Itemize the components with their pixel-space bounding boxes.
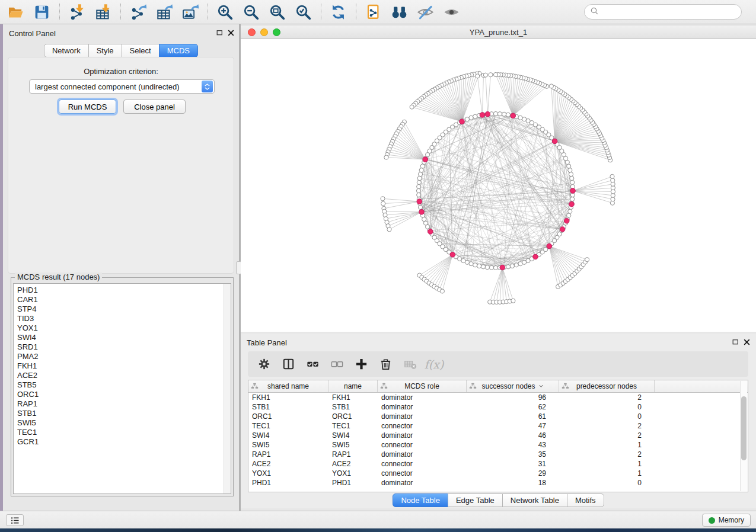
table-columns-button[interactable] xyxy=(280,357,296,372)
result-node[interactable]: YOX1 xyxy=(17,323,221,333)
cell-shared_name: RAP1 xyxy=(248,450,328,459)
tab-network[interactable]: Network xyxy=(44,44,89,57)
control-panel: Control Panel NetworkStyleSelectMCDS Opt… xyxy=(3,24,239,511)
export-network-button[interactable] xyxy=(127,2,148,22)
result-node[interactable]: RAP1 xyxy=(17,399,221,409)
import-table-button[interactable] xyxy=(92,2,113,22)
tab-motifs[interactable]: Motifs xyxy=(567,493,604,507)
result-node[interactable]: SWI4 xyxy=(17,333,221,342)
result-scrollbar[interactable] xyxy=(224,284,231,493)
result-node[interactable]: CAR1 xyxy=(17,295,221,305)
network-window-titlebar[interactable]: YPA_prune.txt_1 xyxy=(241,26,756,39)
delete-column-button[interactable] xyxy=(378,357,393,372)
close-panel-icon[interactable] xyxy=(227,29,235,37)
cell-successor_nodes: 31 xyxy=(467,460,559,468)
cell-shared_name: STB1 xyxy=(248,403,328,411)
table-row[interactable]: FKH1FKH1dominator962 xyxy=(248,393,748,402)
export-table-button[interactable] xyxy=(153,2,174,22)
table-row[interactable]: PHD1PHD1dominator180 xyxy=(248,478,748,488)
cell-name: TEC1 xyxy=(328,422,378,430)
zoom-selected-button[interactable] xyxy=(292,2,314,22)
table-row[interactable]: RAP1RAP1dominator352 xyxy=(248,450,748,459)
memory-button[interactable]: Memory xyxy=(702,514,751,527)
float-window-icon[interactable] xyxy=(215,29,224,37)
cell-shared_name: PHD1 xyxy=(248,479,328,487)
column-header-shared-name[interactable]: shared name xyxy=(248,380,328,392)
mcds-result-list[interactable]: PHD1CAR1STP4TID3YOX1SWI4SRD1PMA2FKH1ACE2… xyxy=(13,283,231,494)
result-node[interactable]: ACE2 xyxy=(17,371,221,380)
result-node[interactable]: TEC1 xyxy=(17,428,221,437)
result-node[interactable]: STB1 xyxy=(17,409,221,418)
create-column-button[interactable] xyxy=(353,357,369,372)
table-row[interactable]: YOX1YOX1connector291 xyxy=(248,469,748,478)
control-panel-header: Control Panel xyxy=(3,24,239,42)
cell-shared_name: FKH1 xyxy=(248,393,328,402)
table-row[interactable]: SWI5SWI5connector431 xyxy=(248,440,748,450)
search-field[interactable] xyxy=(584,4,742,20)
table-scrollbar[interactable] xyxy=(740,381,747,491)
export-image-button[interactable] xyxy=(179,2,200,22)
run-mcds-button[interactable]: Run MCDS xyxy=(59,100,116,114)
hide-selected-button[interactable] xyxy=(414,2,436,22)
column-header-name[interactable]: name xyxy=(328,380,378,392)
tab-edge-table[interactable]: Edge Table xyxy=(448,493,503,507)
network-canvas[interactable] xyxy=(241,39,756,332)
close-panel-button[interactable]: Close panel xyxy=(123,100,186,114)
select-stepper-icon xyxy=(202,81,213,92)
tab-mcds[interactable]: MCDS xyxy=(159,44,198,57)
table-scrollbar-thumb[interactable] xyxy=(741,396,747,460)
column-header-successor-nodes[interactable]: successor nodes xyxy=(467,380,559,392)
select-all-button[interactable] xyxy=(305,357,320,372)
close-table-icon[interactable] xyxy=(742,338,751,346)
criterion-select[interactable]: largest connected component (undirected) xyxy=(29,79,215,94)
zoom-out-button[interactable] xyxy=(240,2,261,22)
tab-node-table[interactable]: Node Table xyxy=(393,493,448,507)
result-node[interactable]: PHD1 xyxy=(17,286,221,295)
float-table-icon[interactable] xyxy=(731,338,739,346)
result-node[interactable]: STB5 xyxy=(17,380,221,390)
desktop-wallpaper xyxy=(0,528,756,532)
tab-select[interactable]: Select xyxy=(122,44,160,57)
result-node[interactable]: STP4 xyxy=(17,305,221,314)
result-node[interactable]: ORC1 xyxy=(17,390,221,399)
show-all-button[interactable] xyxy=(441,2,462,22)
column-header-predecessor-nodes[interactable]: predecessor nodes xyxy=(559,380,655,392)
result-node[interactable]: GCR1 xyxy=(17,437,221,447)
tab-style[interactable]: Style xyxy=(88,44,122,57)
cell-mcds_role: connector xyxy=(378,422,467,430)
column-header-MCDS-role[interactable]: MCDS role xyxy=(378,380,467,392)
import-network-button[interactable] xyxy=(66,2,87,22)
table-row[interactable]: SWI4SWI4dominator462 xyxy=(248,431,748,440)
result-node[interactable]: TID3 xyxy=(17,314,221,323)
table-panel: Table Panel f(x) shared namenameMCDS rol… xyxy=(241,334,756,508)
column-type-icon xyxy=(469,382,477,392)
table-row[interactable]: ORC1ORC1dominator610 xyxy=(248,412,748,421)
control-panel-title: Control Panel xyxy=(9,29,56,38)
tab-network-table[interactable]: Network Table xyxy=(502,493,567,507)
column-label: name xyxy=(344,382,362,390)
column-type-icon xyxy=(562,382,569,392)
result-node[interactable]: SRD1 xyxy=(17,342,221,352)
result-node[interactable]: FKH1 xyxy=(17,361,221,371)
zoom-in-button[interactable] xyxy=(214,2,235,22)
table-row[interactable]: TEC1TEC1connector472 xyxy=(248,421,748,431)
result-node[interactable]: SWI5 xyxy=(17,418,221,428)
node-table[interactable]: shared namenameMCDS rolesuccessor nodesp… xyxy=(248,380,748,492)
open-file-button[interactable] xyxy=(5,2,26,22)
fx-label: f(x) xyxy=(425,358,444,371)
network-from-selection-button[interactable] xyxy=(362,2,384,22)
result-node[interactable]: PMA2 xyxy=(17,352,221,361)
task-history-button[interactable] xyxy=(6,514,24,526)
table-row[interactable]: STB1STB1dominator620 xyxy=(248,402,748,412)
gear-button[interactable] xyxy=(256,357,272,372)
apply-layout-button[interactable] xyxy=(327,2,349,22)
search-input[interactable] xyxy=(600,6,741,18)
save-session-button[interactable] xyxy=(31,2,52,22)
cell-mcds_role: dominator xyxy=(378,479,467,487)
binoculars-button[interactable] xyxy=(388,2,410,22)
zoom-fit-button[interactable] xyxy=(266,2,288,22)
cell-mcds_role: dominator xyxy=(378,412,467,421)
cell-successor_nodes: 29 xyxy=(467,469,559,477)
table-row[interactable]: ACE2ACE2connector311 xyxy=(248,459,748,469)
deselect-all-button[interactable] xyxy=(329,357,344,372)
